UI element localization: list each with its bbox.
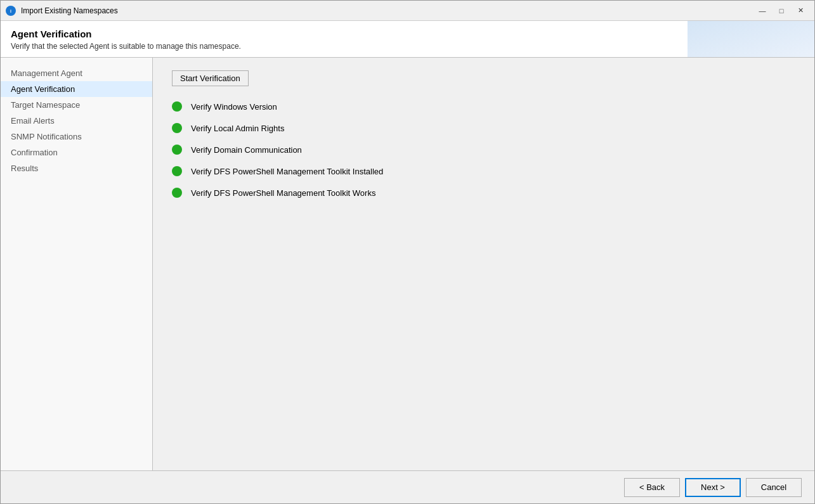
close-button[interactable]: ✕ xyxy=(792,4,809,17)
back-button[interactable]: < Back xyxy=(624,478,680,497)
sidebar-item-confirmation[interactable]: Confirmation xyxy=(1,145,152,160)
status-dot-win-version xyxy=(172,101,182,112)
verification-label-domain-comm: Verify Domain Communication xyxy=(191,145,302,155)
verification-list: Verify Windows VersionVerify Local Admin… xyxy=(172,101,795,198)
cancel-button[interactable]: Cancel xyxy=(746,478,802,497)
window-title: Import Existing Namespaces xyxy=(21,6,753,15)
sidebar-item-results[interactable]: Results xyxy=(1,160,152,176)
start-verification-button[interactable]: Start Verification xyxy=(172,70,249,86)
next-button[interactable]: Next > xyxy=(685,478,741,497)
verification-item-dfs-works: Verify DFS PowerShell Management Toolkit… xyxy=(172,188,795,198)
main-panel: Start Verification Verify Windows Versio… xyxy=(153,58,814,470)
sidebar-item-management-agent[interactable]: Management Agent xyxy=(1,65,152,81)
title-bar: i Import Existing Namespaces — □ ✕ xyxy=(1,1,814,21)
footer: < Back Next > Cancel xyxy=(1,470,814,503)
sidebar: Management AgentAgent VerificationTarget… xyxy=(1,58,153,470)
header: Agent Verification Verify that the selec… xyxy=(1,21,814,58)
status-dot-dfs-works xyxy=(172,188,182,198)
verification-label-dfs-works: Verify DFS PowerShell Management Toolkit… xyxy=(191,188,375,198)
status-dot-dfs-installed xyxy=(172,166,182,176)
status-dot-domain-comm xyxy=(172,145,182,155)
window-controls: — □ ✕ xyxy=(753,4,809,17)
verification-label-local-admin: Verify Local Admin Rights xyxy=(191,124,284,133)
verification-item-domain-comm: Verify Domain Communication xyxy=(172,145,795,155)
content-area: Management AgentAgent VerificationTarget… xyxy=(1,58,814,470)
sidebar-item-snmp-notifications[interactable]: SNMP Notifications xyxy=(1,129,152,145)
verification-label-dfs-installed: Verify DFS PowerShell Management Toolkit… xyxy=(191,167,383,176)
status-dot-local-admin xyxy=(172,123,182,133)
verification-item-dfs-installed: Verify DFS PowerShell Management Toolkit… xyxy=(172,166,795,176)
verification-item-win-version: Verify Windows Version xyxy=(172,101,795,112)
svg-text:i: i xyxy=(10,9,11,13)
app-icon: i xyxy=(6,6,16,16)
maximize-button[interactable]: □ xyxy=(773,4,790,17)
sidebar-item-email-alerts[interactable]: Email Alerts xyxy=(1,113,152,129)
sidebar-item-target-namespace[interactable]: Target Namespace xyxy=(1,97,152,113)
minimize-button[interactable]: — xyxy=(753,4,771,17)
main-window: i Import Existing Namespaces — □ ✕ Agent… xyxy=(0,0,815,504)
verification-label-win-version: Verify Windows Version xyxy=(191,102,277,112)
sidebar-item-agent-verification[interactable]: Agent Verification xyxy=(1,81,152,97)
page-title: Agent Verification xyxy=(11,29,804,39)
verification-item-local-admin: Verify Local Admin Rights xyxy=(172,123,795,133)
page-subtitle: Verify that the selected Agent is suitab… xyxy=(11,42,804,51)
